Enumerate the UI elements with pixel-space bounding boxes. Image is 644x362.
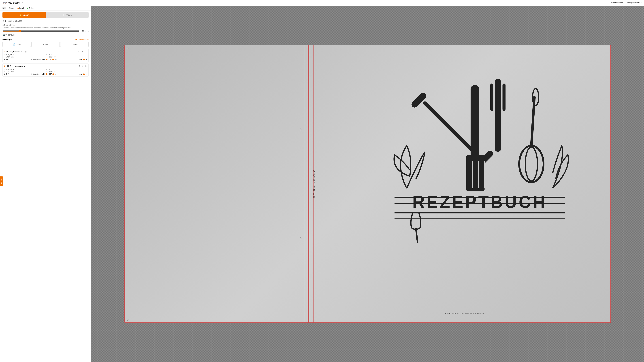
book-cover: REZEPTBUCH <box>329 54 601 314</box>
reset-button[interactable]: ⟳ Zurücksetzen <box>76 38 88 41</box>
position-row: ✥ Position: ▾ 507, 390 <box>0 19 91 23</box>
online-status: Online <box>27 7 34 9</box>
design-item-1: ⚙ Gravur_Rezeptbuch.svg ↺ + ✕ + 49.3, 99… <box>2 49 88 62</box>
status-bar: [S] Status: Bereit Online <box>0 6 91 11</box>
toggle-on-2[interactable] <box>46 73 48 75</box>
prop-rot-1: ↺ 0.0 ° <box>46 54 87 56</box>
mm-toggle-2[interactable] <box>83 73 85 75</box>
status-badge: [S] <box>2 7 6 9</box>
design-item-2-header: ⚙ ⬛ Buch_Vorlage.svg ↺ + ✕ <box>4 65 87 67</box>
tab-datei[interactable]: 📄 Datei <box>2 42 31 47</box>
action-btns: ⚡ Laser ⏸ Pause <box>0 11 91 19</box>
nav-designbibliothek[interactable]: designbibliothek <box>627 1 642 4</box>
toggle-oba-on-2[interactable] <box>52 73 54 75</box>
separator-1: | <box>48 56 48 58</box>
tab-text[interactable]: A Text <box>32 42 60 47</box>
scale-2: ▦ 1×1 <box>4 73 9 75</box>
tab-row: 📄 Datei A Text ♡ Form <box>0 42 91 48</box>
spine-line-10 <box>316 45 316 323</box>
tab-form[interactable]: ♡ Form <box>60 42 88 47</box>
controls-row-1: ⎘ duplizieren ABC ÖBA ≡▾ <box>31 58 57 61</box>
position-label[interactable]: Position: ▾ <box>5 20 14 22</box>
mm-toggle-1[interactable] <box>83 59 85 60</box>
slider-row: 11 mm <box>2 30 88 32</box>
logo-icon: 👓 <box>2 1 7 5</box>
main-layout: [S] Status: Bereit Online ⚡ Laser ⏸ Paus… <box>0 6 644 362</box>
design-item-2-name: ⚙ ⬛ Buch_Vorlage.svg <box>4 65 25 67</box>
laser-button[interactable]: ⚡ Laser <box>2 12 46 18</box>
svg-point-13 <box>525 147 538 181</box>
undo-btn-1[interactable]: ↺ <box>78 50 80 53</box>
kitchen-svg: REZEPTBUCH <box>364 67 595 249</box>
toggle-on-1[interactable] <box>46 59 48 60</box>
svg-point-12 <box>519 146 544 182</box>
prop-h-2: ∞ | 235.2 mm <box>46 70 87 72</box>
svg-icon-2b: ⬛ <box>6 65 9 67</box>
work-surface: REZEPTBUCH VON SABINE <box>124 45 611 323</box>
corner-tl <box>126 47 128 49</box>
design-item-1-props: + 49.3, 99.7 ↺ 0.0 ° ↔ 341.6 mm ∞ | 181.… <box>4 54 87 58</box>
logo-text: Mr. Beam <box>8 1 20 4</box>
duplic-btn-2[interactable]: ⎘ duplizieren <box>31 73 41 75</box>
toggle-oba-on-1[interactable] <box>52 59 54 60</box>
svg-rect-3 <box>470 85 479 158</box>
toggle-abc-1: ABC <box>42 59 48 60</box>
design-item-2-props: + 13.0, 94.8 ↺ 0.0 ° ↔ 385.1 mm ∞ | 235.… <box>4 68 87 72</box>
add-btn-2[interactable]: + <box>82 65 84 67</box>
prop-xy-2: + 13.0, 94.8 <box>4 68 45 70</box>
spine-text: REZEPTBUCH VON SABINE <box>313 169 315 198</box>
pause-button[interactable]: ⏸ Pause <box>46 12 89 18</box>
objheight-section: ≡ Objekt-Höhe: ▾ Stelle die Höhe der Obe… <box>0 23 91 33</box>
objheight-desc: Stelle die Höhe der Oberfläche über dem … <box>2 27 88 28</box>
svg-rect-4 <box>466 155 484 191</box>
svg-rect-1 <box>410 91 428 109</box>
spine-line-6 <box>311 45 311 323</box>
designs-title: ≡ Designs <box>2 38 12 41</box>
online-dot <box>27 7 28 9</box>
units-2: mm % <box>80 73 87 75</box>
position-icon: ✥ <box>2 20 4 22</box>
grid-icon-1: ▦ <box>4 59 5 60</box>
objheight-label[interactable]: ≡ Objekt-Höhe: ▾ <box>2 24 88 26</box>
units-1: mm % <box>80 59 87 60</box>
settings-icon-2[interactable]: ≡▾ <box>55 73 58 75</box>
support-tab[interactable]: Support <box>0 176 3 186</box>
status-label: Status: <box>9 7 15 9</box>
objheight-icon: ≡ <box>2 24 4 26</box>
spine-lines <box>304 45 318 323</box>
copy-icon-1: ⎘ <box>31 59 32 60</box>
corner-bl <box>126 319 128 321</box>
laser-icon: ⚡ <box>19 14 22 16</box>
left-panel: [S] Status: Bereit Online ⚡ Laser ⏸ Paus… <box>0 6 91 362</box>
circle-mid-top <box>300 129 302 130</box>
design-item-2: ⚙ ⬛ Buch_Vorlage.svg ↺ + ✕ + 13.0, 94.8 … <box>2 63 88 77</box>
add-btn-1[interactable]: + <box>82 50 84 53</box>
camera-icon: 📷 <box>2 34 5 36</box>
logo: 👓 Mr. Beam ✳ <box>2 1 23 5</box>
height-slider[interactable] <box>2 30 79 32</box>
close-btn-2[interactable]: ✕ <box>84 65 87 67</box>
logo-star: ✳ <box>22 2 23 4</box>
pause-icon: ⏸ <box>62 14 64 16</box>
prop-rot-2: ↺ 0.0 ° <box>46 68 87 70</box>
design-item-1-controls: ↺ + ✕ <box>78 50 87 53</box>
nav-arbeitsbereich[interactable]: arbeitsbereich <box>611 1 624 4</box>
designs-header: ≡ Designs ⟳ Zurücksetzen <box>0 37 91 42</box>
design-item-1-row2: ▦ 1×1 ⎘ duplizieren ABC ÖBA <box>4 58 87 61</box>
circle-mid-bot <box>300 238 302 239</box>
duplic-btn-1[interactable]: ⎘ duplizieren <box>31 59 41 60</box>
vorschau-row[interactable]: 📷 Vorschau: ▾ <box>0 33 91 37</box>
prop-h-1: ∞ | 181.4 mm <box>46 56 87 58</box>
canvas-area: REZEPTBUCH VON SABINE <box>91 6 644 362</box>
vorschau-dropdown-icon: ▾ <box>14 34 15 36</box>
height-unit: mm <box>86 30 88 32</box>
bereit-status: Bereit <box>18 7 24 9</box>
bereit-dot <box>18 7 19 9</box>
design-item-1-header: ⚙ Gravur_Rezeptbuch.svg ↺ + ✕ <box>4 50 87 53</box>
undo-btn-2[interactable]: ↺ <box>78 65 80 67</box>
close-btn-1[interactable]: ✕ <box>84 50 87 53</box>
settings-icon-1[interactable]: ≡▾ <box>55 58 58 61</box>
toggle-abc-2: ABC <box>42 73 48 75</box>
reset-icon: ⟳ <box>76 38 77 41</box>
text-icon: A <box>43 43 44 45</box>
